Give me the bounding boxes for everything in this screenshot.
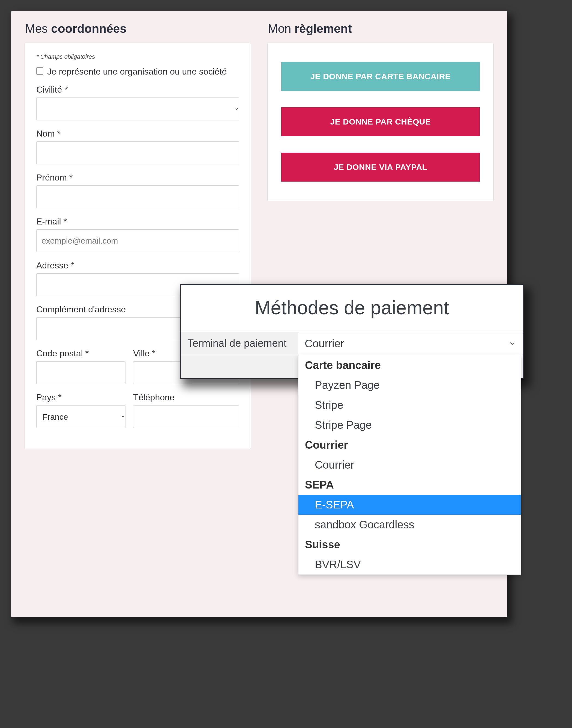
- email-label: E-mail *: [36, 217, 239, 227]
- civility-select[interactable]: [36, 98, 239, 120]
- phone-label: Téléphone: [133, 392, 239, 403]
- required-fields-note: * Champs obligatoires: [36, 53, 239, 60]
- firstname-input[interactable]: [36, 185, 239, 208]
- country-label: Pays *: [36, 392, 126, 403]
- dropdown-item[interactable]: Courrier: [298, 455, 521, 475]
- dropdown-item[interactable]: sandbox Gocardless: [298, 515, 521, 535]
- payment-methods-title: Méthodes de paiement: [181, 285, 523, 332]
- phone-input[interactable]: [133, 405, 239, 428]
- dropdown-item[interactable]: Payzen Page: [298, 375, 521, 395]
- firstname-label: Prénom *: [36, 173, 239, 183]
- chevron-down-icon: [508, 338, 516, 350]
- contact-details-title: Mes coordonnées: [25, 22, 251, 36]
- payment-methods-popup: Méthodes de paiement Terminal de paiemen…: [180, 284, 524, 379]
- dropdown-item[interactable]: BVR/LSV: [298, 555, 521, 574]
- dropdown-item[interactable]: E-SEPA: [298, 495, 521, 515]
- organisation-checkbox[interactable]: [36, 67, 44, 74]
- civility-label: Civilité *: [36, 85, 239, 95]
- organisation-checkbox-label[interactable]: Je représente une organisation ou une so…: [47, 66, 227, 77]
- dropdown-item[interactable]: Stripe Page: [298, 415, 521, 435]
- payment-title: Mon règlement: [268, 22, 494, 36]
- postal-input[interactable]: [36, 361, 126, 384]
- contact-details-card: * Champs obligatoires Je représente une …: [24, 43, 251, 449]
- pay-by-cheque-button[interactable]: JE DONNE PAR CHÈQUE: [281, 107, 480, 136]
- title-light-part-2: Mon: [268, 22, 295, 35]
- lastname-label: Nom *: [36, 129, 239, 139]
- dropdown-group: Carte bancaire: [298, 355, 521, 375]
- email-input[interactable]: [36, 229, 239, 252]
- terminal-label: Terminal de paiement: [181, 332, 298, 355]
- address-label: Adresse *: [36, 260, 239, 270]
- dropdown-group: Suisse: [298, 535, 521, 555]
- title-bold-part-2: règlement: [295, 22, 352, 35]
- dropdown-group: Courrier: [298, 435, 521, 455]
- terminal-select-value: Courrier: [305, 338, 344, 350]
- payment-options-card: JE DONNE PAR CARTE BANCAIRE JE DONNE PAR…: [267, 43, 494, 201]
- postal-label: Code postal *: [36, 349, 126, 359]
- dropdown-item[interactable]: Stripe: [298, 395, 521, 415]
- dropdown-group: SEPA: [298, 475, 521, 495]
- pay-by-paypal-button[interactable]: JE DONNE VIA PAYPAL: [281, 153, 480, 182]
- country-select[interactable]: France: [36, 405, 126, 428]
- pay-by-card-button[interactable]: JE DONNE PAR CARTE BANCAIRE: [281, 62, 480, 91]
- title-light-part: Mes: [25, 22, 51, 35]
- terminal-select[interactable]: Courrier: [298, 332, 523, 355]
- lastname-input[interactable]: [36, 141, 239, 164]
- terminal-dropdown[interactable]: Carte bancairePayzen PageStripeStripe Pa…: [298, 355, 521, 575]
- terminal-row: Terminal de paiement Courrier Carte banc…: [181, 332, 523, 355]
- title-bold-part: coordonnées: [51, 22, 126, 35]
